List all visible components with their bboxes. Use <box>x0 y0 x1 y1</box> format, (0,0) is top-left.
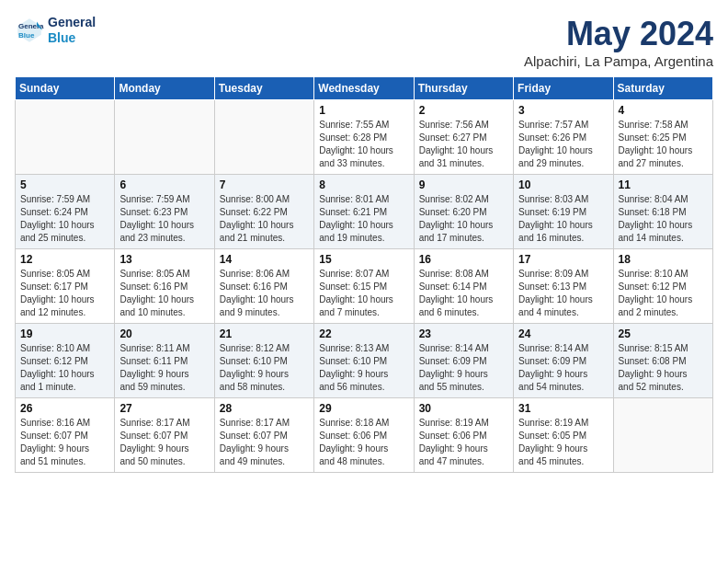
day-number: 2 <box>419 104 508 117</box>
day-cell: 1Sunrise: 7:55 AMSunset: 6:28 PMDaylight… <box>314 100 414 175</box>
logo: General Blue General Blue <box>15 15 96 46</box>
day-number: 25 <box>619 327 708 340</box>
day-cell: 10Sunrise: 8:03 AMSunset: 6:19 PMDayligh… <box>514 175 613 249</box>
day-cell: 4Sunrise: 7:58 AMSunset: 6:25 PMDaylight… <box>613 100 712 175</box>
weekday-header-tuesday: Tuesday <box>214 77 313 100</box>
day-cell: 31Sunrise: 8:19 AMSunset: 6:05 PMDayligh… <box>514 398 613 473</box>
page-header: General Blue General Blue May 2024 Alpac… <box>15 15 713 69</box>
day-cell <box>214 100 313 175</box>
weekday-header-row: SundayMondayTuesdayWednesdayThursdayFrid… <box>16 77 713 100</box>
day-info: Sunrise: 8:07 AMSunset: 6:15 PMDaylight:… <box>319 268 408 319</box>
day-cell: 20Sunrise: 8:11 AMSunset: 6:11 PMDayligh… <box>115 324 214 398</box>
weekday-header-monday: Monday <box>115 77 214 100</box>
day-info: Sunrise: 8:04 AMSunset: 6:18 PMDaylight:… <box>619 193 708 245</box>
day-cell: 21Sunrise: 8:12 AMSunset: 6:10 PMDayligh… <box>214 324 313 398</box>
day-number: 18 <box>619 253 708 266</box>
day-cell: 7Sunrise: 8:00 AMSunset: 6:22 PMDaylight… <box>214 175 313 249</box>
main-title: May 2024 <box>524 15 713 53</box>
day-info: Sunrise: 7:57 AMSunset: 6:26 PMDaylight:… <box>518 119 608 170</box>
day-number: 19 <box>20 327 109 340</box>
day-info: Sunrise: 8:15 AMSunset: 6:08 PMDaylight:… <box>619 342 708 394</box>
day-cell: 11Sunrise: 8:04 AMSunset: 6:18 PMDayligh… <box>613 175 712 249</box>
day-number: 31 <box>518 402 608 415</box>
week-row-3: 12Sunrise: 8:05 AMSunset: 6:17 PMDayligh… <box>16 249 713 324</box>
day-info: Sunrise: 8:12 AMSunset: 6:10 PMDaylight:… <box>220 342 309 394</box>
day-cell <box>613 398 712 473</box>
day-info: Sunrise: 8:10 AMSunset: 6:12 PMDaylight:… <box>619 268 708 319</box>
day-cell: 25Sunrise: 8:15 AMSunset: 6:08 PMDayligh… <box>613 324 712 398</box>
day-info: Sunrise: 7:55 AMSunset: 6:28 PMDaylight:… <box>319 119 408 170</box>
day-info: Sunrise: 8:16 AMSunset: 6:07 PMDaylight:… <box>20 417 109 468</box>
day-info: Sunrise: 8:08 AMSunset: 6:14 PMDaylight:… <box>419 268 508 319</box>
day-number: 29 <box>319 402 408 415</box>
day-number: 10 <box>518 178 608 191</box>
day-cell: 22Sunrise: 8:13 AMSunset: 6:10 PMDayligh… <box>314 324 414 398</box>
day-cell: 3Sunrise: 7:57 AMSunset: 6:26 PMDaylight… <box>514 100 613 175</box>
weekday-header-thursday: Thursday <box>414 77 513 100</box>
day-number: 15 <box>319 253 408 266</box>
day-info: Sunrise: 8:17 AMSunset: 6:07 PMDaylight:… <box>119 417 209 468</box>
logo-line2: Blue <box>48 30 96 46</box>
day-info: Sunrise: 8:10 AMSunset: 6:12 PMDaylight:… <box>20 342 109 394</box>
day-cell: 23Sunrise: 8:14 AMSunset: 6:09 PMDayligh… <box>414 324 513 398</box>
day-info: Sunrise: 8:14 AMSunset: 6:09 PMDaylight:… <box>419 342 508 394</box>
weekday-header-friday: Friday <box>514 77 613 100</box>
day-info: Sunrise: 7:58 AMSunset: 6:25 PMDaylight:… <box>619 119 708 170</box>
day-number: 28 <box>220 402 309 415</box>
day-number: 9 <box>419 178 508 191</box>
day-info: Sunrise: 8:13 AMSunset: 6:10 PMDaylight:… <box>319 342 408 394</box>
day-number: 26 <box>20 402 109 415</box>
day-cell: 6Sunrise: 7:59 AMSunset: 6:23 PMDaylight… <box>115 175 214 249</box>
weekday-header-saturday: Saturday <box>613 77 712 100</box>
weekday-header-sunday: Sunday <box>16 77 115 100</box>
svg-text:Blue: Blue <box>18 31 35 40</box>
week-row-1: 1Sunrise: 7:55 AMSunset: 6:28 PMDaylight… <box>16 100 713 175</box>
day-number: 7 <box>220 178 309 191</box>
day-info: Sunrise: 8:11 AMSunset: 6:11 PMDaylight:… <box>119 342 209 394</box>
day-cell: 24Sunrise: 8:14 AMSunset: 6:09 PMDayligh… <box>514 324 613 398</box>
week-row-5: 26Sunrise: 8:16 AMSunset: 6:07 PMDayligh… <box>16 398 713 473</box>
day-cell: 18Sunrise: 8:10 AMSunset: 6:12 PMDayligh… <box>613 249 712 324</box>
day-cell: 14Sunrise: 8:06 AMSunset: 6:16 PMDayligh… <box>214 249 313 324</box>
day-number: 24 <box>518 327 608 340</box>
day-info: Sunrise: 8:05 AMSunset: 6:17 PMDaylight:… <box>20 268 109 319</box>
day-info: Sunrise: 7:56 AMSunset: 6:27 PMDaylight:… <box>419 119 508 170</box>
day-info: Sunrise: 8:14 AMSunset: 6:09 PMDaylight:… <box>518 342 608 394</box>
day-number: 4 <box>619 104 708 117</box>
day-number: 22 <box>319 327 408 340</box>
day-number: 30 <box>419 402 508 415</box>
day-cell: 8Sunrise: 8:01 AMSunset: 6:21 PMDaylight… <box>314 175 414 249</box>
day-cell: 13Sunrise: 8:05 AMSunset: 6:16 PMDayligh… <box>115 249 214 324</box>
svg-text:General: General <box>18 22 44 30</box>
logo-line1: General <box>48 15 96 30</box>
day-info: Sunrise: 8:01 AMSunset: 6:21 PMDaylight:… <box>319 193 408 245</box>
day-cell: 16Sunrise: 8:08 AMSunset: 6:14 PMDayligh… <box>414 249 513 324</box>
day-cell: 28Sunrise: 8:17 AMSunset: 6:07 PMDayligh… <box>214 398 313 473</box>
day-cell: 26Sunrise: 8:16 AMSunset: 6:07 PMDayligh… <box>16 398 115 473</box>
title-block: May 2024 Alpachiri, La Pampa, Argentina <box>524 15 713 69</box>
day-number: 27 <box>119 402 209 415</box>
day-cell: 2Sunrise: 7:56 AMSunset: 6:27 PMDaylight… <box>414 100 513 175</box>
day-info: Sunrise: 7:59 AMSunset: 6:24 PMDaylight:… <box>20 193 109 245</box>
day-info: Sunrise: 8:09 AMSunset: 6:13 PMDaylight:… <box>518 268 608 319</box>
day-info: Sunrise: 8:17 AMSunset: 6:07 PMDaylight:… <box>220 417 309 468</box>
day-info: Sunrise: 8:18 AMSunset: 6:06 PMDaylight:… <box>319 417 408 468</box>
day-info: Sunrise: 8:00 AMSunset: 6:22 PMDaylight:… <box>220 193 309 245</box>
week-row-4: 19Sunrise: 8:10 AMSunset: 6:12 PMDayligh… <box>16 324 713 398</box>
day-number: 5 <box>20 178 109 191</box>
day-cell <box>16 100 115 175</box>
day-number: 6 <box>119 178 209 191</box>
day-info: Sunrise: 7:59 AMSunset: 6:23 PMDaylight:… <box>119 193 209 245</box>
day-cell: 27Sunrise: 8:17 AMSunset: 6:07 PMDayligh… <box>115 398 214 473</box>
day-cell: 12Sunrise: 8:05 AMSunset: 6:17 PMDayligh… <box>16 249 115 324</box>
day-number: 13 <box>119 253 209 266</box>
day-info: Sunrise: 8:05 AMSunset: 6:16 PMDaylight:… <box>119 268 209 319</box>
day-number: 8 <box>319 178 408 191</box>
day-cell: 9Sunrise: 8:02 AMSunset: 6:20 PMDaylight… <box>414 175 513 249</box>
day-number: 1 <box>319 104 408 117</box>
day-info: Sunrise: 8:03 AMSunset: 6:19 PMDaylight:… <box>518 193 608 245</box>
day-number: 20 <box>119 327 209 340</box>
day-number: 3 <box>518 104 608 117</box>
day-cell: 5Sunrise: 7:59 AMSunset: 6:24 PMDaylight… <box>16 175 115 249</box>
day-number: 23 <box>419 327 508 340</box>
